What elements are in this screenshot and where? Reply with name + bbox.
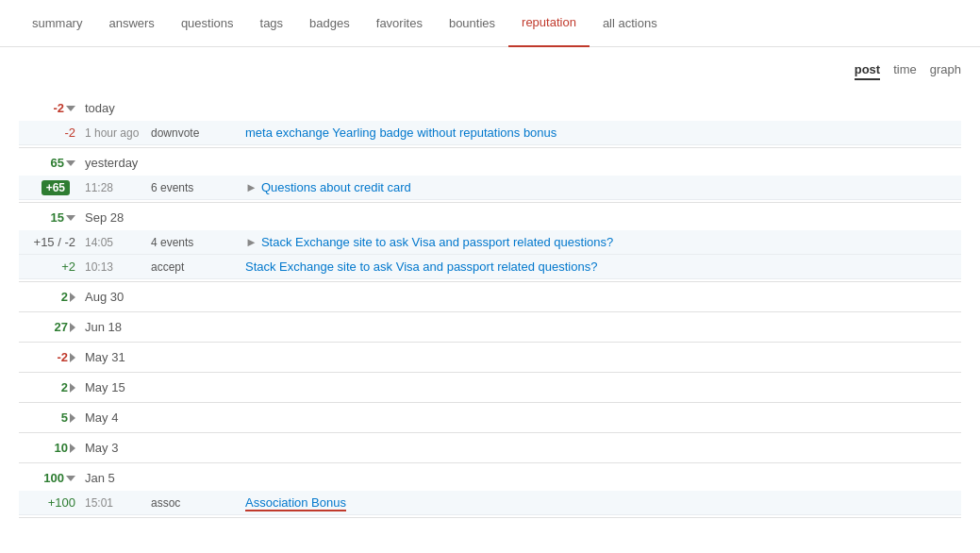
detail-link-area: meta exchange Yearling badge without rep…	[245, 126, 556, 140]
detail-arrow-icon: ►	[245, 235, 257, 249]
date-label: May 31	[85, 350, 125, 364]
detail-post-link[interactable]: Stack Exchange site to ask Visa and pass…	[245, 260, 597, 274]
section-divider	[19, 462, 961, 463]
detail-post-link[interactable]: meta exchange Yearling badge without rep…	[245, 126, 556, 140]
group-score: 2	[19, 290, 75, 304]
group-score: -2	[19, 101, 75, 115]
triangle-right-icon	[70, 293, 75, 302]
date-row: 2May 15	[19, 375, 961, 400]
detail-type: 6 events	[151, 181, 245, 194]
detail-score: +2	[19, 260, 75, 274]
detail-post-link[interactable]: Questions about credit card	[261, 180, 411, 194]
nav-item-all-actions[interactable]: all actions	[590, 0, 671, 47]
detail-link-area: Association Bonus	[245, 495, 346, 510]
section-divider	[19, 372, 961, 373]
date-label: May 4	[85, 411, 118, 425]
group-score: 2	[19, 380, 75, 394]
detail-post-link[interactable]: Stack Exchange site to ask Visa and pass…	[261, 235, 613, 249]
section-divider	[19, 402, 961, 403]
section-divider	[19, 311, 961, 312]
detail-row: +6511:286 events►Questions about credit …	[19, 176, 961, 200]
date-row: -2today	[19, 95, 961, 121]
group-score: 27	[19, 320, 75, 334]
detail-row: +210:13acceptStack Exchange site to ask …	[19, 255, 961, 279]
triangle-right-icon	[70, 413, 75, 423]
triangle-right-icon	[70, 383, 75, 393]
group-score: 100	[19, 471, 75, 485]
detail-time: 11:28	[85, 181, 151, 194]
detail-post-link[interactable]: Association Bonus	[245, 495, 346, 511]
date-row: 15Sep 28	[19, 205, 961, 230]
date-label: Jan 5	[85, 471, 115, 485]
detail-type: 4 events	[151, 236, 245, 249]
view-tab-post[interactable]: post	[855, 62, 880, 80]
detail-link-area: ►Stack Exchange site to ask Visa and pas…	[245, 235, 613, 249]
date-row: 5May 4	[19, 405, 961, 430]
group-score: -2	[19, 350, 75, 364]
detail-link-area: Stack Exchange site to ask Visa and pass…	[245, 260, 597, 274]
nav-item-summary[interactable]: summary	[19, 0, 95, 47]
date-row: 65yesterday	[19, 150, 961, 176]
date-row: 10May 3	[19, 435, 961, 461]
detail-time: 14:05	[85, 236, 151, 249]
detail-arrow-icon: ►	[245, 180, 257, 194]
detail-type: downvote	[151, 126, 245, 140]
score-badge: +65	[42, 180, 70, 195]
detail-row: -21 hour agodownvotemeta exchange Yearli…	[19, 121, 961, 145]
date-row: -2May 31	[19, 344, 961, 370]
detail-score: +65	[19, 180, 75, 194]
date-label: May 15	[85, 380, 125, 394]
detail-link-area: ►Questions about credit card	[245, 180, 411, 194]
view-tabs: posttimegraph	[855, 62, 961, 80]
triangle-down-icon	[66, 160, 75, 166]
section-divider	[19, 517, 961, 518]
detail-time: 15:01	[85, 496, 151, 510]
group-score: 5	[19, 411, 75, 425]
nav-item-favorites[interactable]: favorites	[363, 0, 436, 47]
group-score: 65	[19, 156, 75, 170]
group-score: 15	[19, 210, 75, 225]
detail-time: 1 hour ago	[85, 126, 151, 140]
nav-item-tags[interactable]: tags	[247, 0, 297, 47]
nav-bar: summaryanswersquestionstagsbadgesfavorit…	[0, 0, 980, 47]
detail-row: +15 / -214:054 events►Stack Exchange sit…	[19, 230, 961, 255]
view-tab-graph[interactable]: graph	[930, 62, 961, 80]
section-divider	[19, 147, 961, 148]
date-label: today	[85, 101, 115, 115]
detail-type: assoc	[151, 496, 245, 510]
nav-item-reputation[interactable]: reputation	[508, 0, 590, 47]
triangle-right-icon	[70, 444, 75, 453]
triangle-down-icon	[66, 215, 75, 221]
nav-item-bounties[interactable]: bounties	[436, 0, 508, 47]
date-label: May 3	[85, 441, 118, 455]
rep-header: posttimegraph	[19, 62, 961, 80]
detail-time: 10:13	[85, 260, 151, 274]
view-tab-time[interactable]: time	[893, 62, 917, 80]
date-label: Sep 28	[85, 210, 124, 225]
date-row: 100Jan 5	[19, 465, 961, 491]
section-divider	[19, 432, 961, 433]
page-content: posttimegraph -2today-21 hour agodownvot…	[0, 47, 980, 535]
nav-item-answers[interactable]: answers	[95, 0, 167, 47]
detail-score: +15 / -2	[19, 235, 75, 249]
nav-item-badges[interactable]: badges	[296, 0, 363, 47]
nav-item-questions[interactable]: questions	[168, 0, 247, 47]
triangle-right-icon	[70, 323, 75, 332]
group-score: 10	[19, 441, 75, 455]
section-divider	[19, 342, 961, 343]
date-label: Jun 18	[85, 320, 122, 334]
triangle-down-icon	[66, 106, 75, 111]
groups-container: -2today-21 hour agodownvotemeta exchange…	[19, 95, 961, 518]
detail-score: +100	[19, 495, 75, 510]
detail-type: accept	[151, 260, 245, 274]
detail-score: -2	[19, 126, 75, 140]
triangle-down-icon	[66, 476, 75, 481]
section-divider	[19, 202, 961, 203]
section-divider	[19, 281, 961, 282]
date-row: 2Aug 30	[19, 284, 961, 310]
date-row: 27Jun 18	[19, 314, 961, 340]
detail-row: +10015:01assocAssociation Bonus	[19, 491, 961, 515]
date-label: Aug 30	[85, 290, 124, 304]
triangle-right-icon	[70, 353, 75, 362]
date-label: yesterday	[85, 156, 138, 170]
